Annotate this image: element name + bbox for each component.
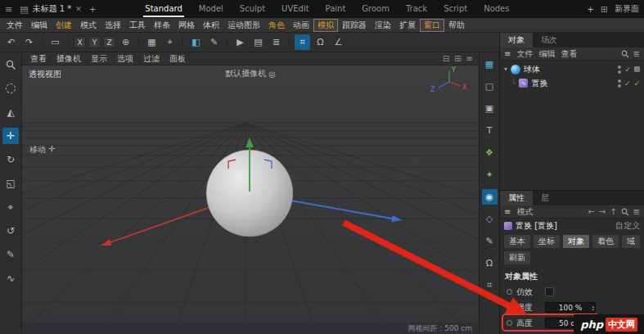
deform-brush-icon[interactable]: ∿ <box>2 270 19 287</box>
vp-minimize-icon[interactable]: ⊟ <box>443 54 449 63</box>
camera-name-label[interactable]: 默认摄像机 ◎ <box>225 68 276 79</box>
tree-row-displacer[interactable]: └ ∿ 置换 ✓ ✓ <box>500 76 644 90</box>
parent-object-icon[interactable]: ↑ <box>610 207 616 216</box>
move-tool-icon[interactable]: ✛ <box>2 128 19 144</box>
menu-edit[interactable]: 编辑 <box>27 19 52 32</box>
field-icon[interactable]: ◇ <box>482 211 498 227</box>
menu-character[interactable]: 角色 <box>264 19 289 32</box>
view-undo-icon[interactable]: ↺ <box>2 223 19 239</box>
attributes-search-icon[interactable] <box>621 208 629 216</box>
redo-icon[interactable]: ↷ <box>21 34 37 50</box>
vp-layout-menu-icon[interactable]: ≡ <box>466 54 473 63</box>
attr-tab-basic[interactable]: 基本 <box>503 234 531 249</box>
attr-tab-refresh[interactable]: 刷新 <box>503 250 531 265</box>
scale-tool-icon[interactable]: ◱ <box>2 175 19 192</box>
tab-objects[interactable]: 对象 <box>500 33 533 47</box>
render-settings-icon[interactable]: ≣ <box>268 34 284 50</box>
rotate-tool-icon[interactable]: ↻ <box>2 151 19 168</box>
objects-menu-file[interactable]: 文件 <box>516 48 533 60</box>
primitive-cube-icon[interactable]: ▣ <box>482 101 498 116</box>
tree-row-sphere[interactable]: ▾ 球体 ✓ <box>500 62 644 76</box>
vp-menu-camera[interactable]: 摄像机 <box>52 53 86 65</box>
tab-takes[interactable]: 场次 <box>533 33 565 47</box>
layout-tab-script[interactable]: Script <box>442 2 469 17</box>
spline-pen-icon[interactable]: ✎ <box>482 233 498 249</box>
vp-menu-display[interactable]: 显示 <box>86 53 112 65</box>
new-layout-label[interactable]: 新界面 <box>615 3 639 15</box>
viewport-layout-icon[interactable]: ▦ <box>482 56 498 72</box>
enabled-check-icon[interactable]: ✓ <box>624 65 631 74</box>
app-menu-icon[interactable]: ≡ <box>5 4 12 15</box>
falloff-checkbox[interactable] <box>545 287 554 296</box>
axis-y-button[interactable]: Y <box>88 36 101 48</box>
workplane-icon[interactable]: ▦ <box>144 34 160 50</box>
objects-menu-edit[interactable]: 编辑 <box>538 48 555 60</box>
menu-mograph[interactable]: 运动图形 <box>223 19 264 32</box>
add-document-button[interactable]: + <box>89 5 96 14</box>
axis-modify-icon[interactable]: ⌖ <box>2 199 19 215</box>
dynamics-icon[interactable]: ✦ <box>482 167 498 183</box>
camera-target-icon[interactable]: ◎ <box>268 70 276 79</box>
primitive-plane-icon[interactable]: ▢ <box>482 79 498 94</box>
visibility-dots[interactable] <box>618 79 621 88</box>
layout-tab-track[interactable]: Track <box>404 2 429 17</box>
marquee-select-icon[interactable]: ▭ <box>47 34 63 50</box>
vp-maximize-icon[interactable]: ⊞ <box>454 54 461 63</box>
history-forward-icon[interactable]: → <box>599 207 606 216</box>
pen-tool-icon[interactable]: ✎ <box>2 246 19 263</box>
attr-tab-shading[interactable]: 着色 <box>592 234 619 249</box>
new-window-icon[interactable]: ⊞ <box>601 4 608 15</box>
phong-tag-icon[interactable] <box>634 66 640 72</box>
objects-filter-icon[interactable]: ≣ <box>633 49 640 58</box>
layout-tab-standard[interactable]: Standard <box>143 2 184 17</box>
keyframe-dot[interactable] <box>507 320 512 326</box>
strength-spinner[interactable]: ▴▾ <box>592 303 594 312</box>
layout-tab-model[interactable]: Model <box>197 2 225 17</box>
paint-tool-icon[interactable]: ✎ <box>206 34 222 50</box>
objects-search-icon[interactable] <box>621 50 629 58</box>
viewport-canvas[interactable]: Y X Z 透视视图 默认摄像机 ◎ 移动 ✛ <box>22 65 479 323</box>
attr-tab-falloff[interactable]: 域 <box>621 234 641 249</box>
custom-label[interactable]: 自定义 <box>615 220 640 232</box>
sphere-object-label[interactable]: 球体 <box>524 64 540 75</box>
undo-icon[interactable]: ↶ <box>3 34 19 50</box>
vp-menu-view[interactable]: 查看 <box>25 53 52 65</box>
layout-tab-nodes[interactable]: Nodes <box>482 2 511 17</box>
menu-help[interactable]: 帮助 <box>444 19 469 32</box>
layout-tab-uvedit[interactable]: UVEdit <box>280 2 311 17</box>
close-tab-icon[interactable]: ✕ <box>75 5 82 13</box>
menu-mode[interactable]: 模式 <box>76 19 101 32</box>
tab-layers[interactable]: 层 <box>533 191 557 205</box>
menu-tools[interactable]: 工具 <box>125 19 150 32</box>
lock-panel-icon[interactable]: ≣ <box>633 207 640 216</box>
grid-snap-icon[interactable]: ⌗ <box>295 34 310 50</box>
live-selection-icon[interactable] <box>2 80 19 97</box>
displacer-object-label[interactable]: 置换 <box>531 78 547 89</box>
menu-tracker[interactable]: 跟踪器 <box>338 19 371 32</box>
angle-snap-icon[interactable]: ∠ <box>331 34 346 50</box>
menu-render[interactable]: 渲染 <box>371 19 395 32</box>
zoom-tool-icon[interactable] <box>2 56 19 73</box>
magnet-snap-icon[interactable]: Ω <box>313 34 328 50</box>
strip-grid-icon[interactable]: ⌗ <box>482 278 498 293</box>
menu-file[interactable]: 文件 <box>2 19 27 32</box>
strength-field[interactable]: 100 % ▴▾ <box>545 302 596 313</box>
mograph-icon[interactable]: ❖ <box>482 145 498 160</box>
text-tool-icon[interactable]: T <box>482 123 498 138</box>
strip-magnet-icon[interactable]: Ω <box>482 255 498 271</box>
axis-x-button[interactable]: X <box>74 36 86 48</box>
deformer-icon[interactable]: ◉ <box>482 189 498 205</box>
layout-tab-sculpt[interactable]: Sculpt <box>238 2 267 17</box>
vp-menu-panel[interactable]: 面板 <box>164 53 191 65</box>
menu-window[interactable]: 窗口 <box>420 19 444 32</box>
sculpt-tool-icon[interactable]: ◭ <box>2 104 19 120</box>
menu-extensions[interactable]: 扩展 <box>395 19 420 32</box>
keyframe-dot[interactable] <box>507 289 512 295</box>
render-picture-viewer-icon[interactable]: ▤ <box>250 34 266 50</box>
tab-attributes[interactable]: 属性 <box>500 191 533 205</box>
objects-burger-icon[interactable]: ≡ <box>504 49 511 58</box>
menu-select[interactable]: 选择 <box>101 19 125 32</box>
attr-tab-coord[interactable]: 坐标 <box>533 234 561 249</box>
render-view-icon[interactable]: ▶ <box>232 34 248 50</box>
expand-icon[interactable]: ▾ <box>504 65 507 73</box>
